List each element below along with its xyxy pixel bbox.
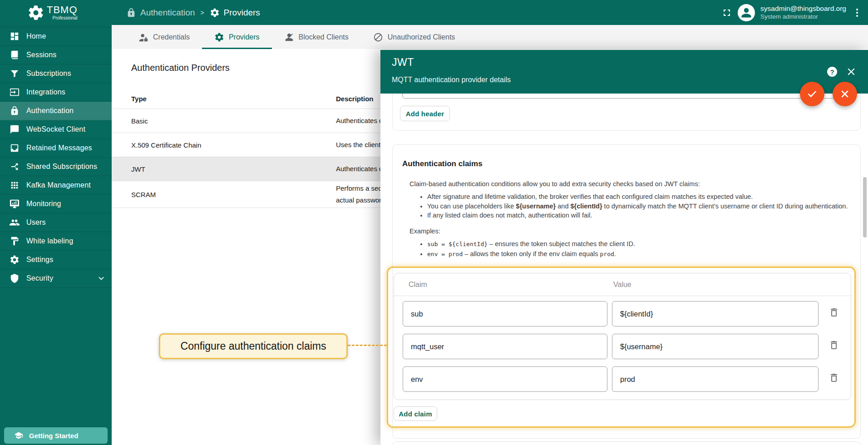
- avatar[interactable]: [738, 4, 755, 21]
- split-icon: [10, 162, 20, 172]
- sidebar-item-settings[interactable]: Settings: [0, 251, 112, 269]
- add-header-button[interactable]: Add header: [400, 106, 450, 121]
- paint-icon: [10, 236, 20, 246]
- person-lock-icon: [138, 32, 148, 42]
- examples-list: sub = ${clientId} – ensures the token su…: [421, 239, 635, 259]
- add-claim-button[interactable]: Add claim: [394, 406, 437, 421]
- sidebar: Home Sessions Subscriptions Integrations: [0, 25, 112, 445]
- column-header-type[interactable]: Type: [131, 89, 147, 109]
- sidebar-item-label: Authentication: [26, 107, 74, 115]
- delete-claim-button[interactable]: [829, 307, 839, 318]
- authentication-claims-card: Authentication claims Claim-based authen…: [392, 144, 861, 439]
- sidebar-item-label: Security: [26, 274, 53, 282]
- breadcrumb-providers[interactable]: Providers: [210, 8, 260, 18]
- chevron-down-icon: [97, 274, 106, 283]
- sidebar-item-label: Shared Subscriptions: [26, 163, 97, 171]
- lock-icon: [10, 106, 20, 116]
- help-icon: ?: [830, 68, 834, 76]
- claims-rows: [394, 296, 851, 394]
- fullscreen-button[interactable]: [721, 7, 732, 18]
- sidebar-item-websocket-client[interactable]: WebSocket Client: [0, 120, 112, 139]
- sidebar-item-label: Settings: [26, 256, 53, 264]
- cell-description: Authenticates c: [336, 163, 383, 175]
- apply-changes-button[interactable]: [800, 82, 824, 106]
- sidebar-item-integrations[interactable]: Integrations: [0, 83, 112, 102]
- jwt-details-drawer: JWT MQTT authentication provider details…: [380, 50, 868, 445]
- value-input[interactable]: [612, 366, 819, 392]
- sidebar-item-security[interactable]: Security: [0, 269, 112, 288]
- sidebar-item-home[interactable]: Home: [0, 27, 112, 46]
- sidebar-item-users[interactable]: Users: [0, 213, 112, 232]
- tab-unauthorized-clients[interactable]: Unauthorized Clients: [361, 25, 468, 49]
- value-input[interactable]: [612, 301, 819, 326]
- delete-claim-button[interactable]: [829, 372, 839, 383]
- user-info: sysadmin@thingsboard.org System administ…: [760, 4, 846, 20]
- claim-column-label: Claim: [409, 273, 427, 296]
- claim-input[interactable]: [403, 366, 607, 392]
- tab-providers[interactable]: Providers: [202, 25, 272, 49]
- drawer-scrollbar-thumb[interactable]: [863, 177, 867, 237]
- sidebar-item-label: Subscriptions: [26, 69, 71, 78]
- cell-type: JWT: [131, 165, 145, 173]
- close-drawer-button[interactable]: [845, 66, 857, 78]
- dashboard-icon: [10, 31, 20, 41]
- close-icon: [845, 66, 857, 78]
- x-icon: [839, 88, 851, 100]
- app-logo[interactable]: TBMQ Professional: [0, 4, 112, 21]
- sidebar-item-subscriptions[interactable]: Subscriptions: [0, 64, 112, 83]
- callout-connector-line: [348, 345, 387, 346]
- callout-text: Configure authentication claims: [181, 340, 326, 352]
- help-button[interactable]: ?: [827, 67, 837, 77]
- tbmq-logo-icon: [27, 4, 44, 21]
- sidebar-item-white-labeling[interactable]: White labeling: [0, 232, 112, 251]
- sidebar-item-label: Kafka Management: [26, 181, 91, 189]
- inbox-icon: [10, 143, 20, 153]
- logo-title: TBMQ: [47, 5, 78, 15]
- claim-input[interactable]: [403, 334, 607, 359]
- tab-label: Unauthorized Clients: [388, 33, 455, 41]
- more-menu-button[interactable]: [852, 7, 863, 18]
- column-header-description[interactable]: Description: [336, 89, 374, 109]
- school-icon: [14, 431, 23, 440]
- claims-section-heading: Authentication claims: [402, 159, 483, 168]
- sidebar-item-label: Retained Messages: [26, 144, 92, 152]
- cell-type: Basic: [131, 117, 148, 125]
- cell-description: Performs a secactual passwor: [336, 183, 382, 206]
- breadcrumb-authentication[interactable]: Authentication: [126, 8, 195, 18]
- app-header: TBMQ Professional Authentication > Provi…: [0, 0, 868, 25]
- kebab-icon: [852, 7, 863, 18]
- gear-icon: [10, 255, 20, 265]
- tab-credentials[interactable]: Credentials: [126, 25, 202, 49]
- chat-icon: [10, 124, 20, 134]
- delete-claim-button[interactable]: [829, 340, 839, 351]
- sidebar-item-label: Sessions: [26, 51, 57, 59]
- trash-icon: [829, 307, 839, 318]
- sidebar-item-kafka-management[interactable]: Kafka Management: [0, 176, 112, 195]
- claims-intro: Claim-based authentication conditions al…: [409, 180, 700, 188]
- sidebar-item-retained-messages[interactable]: Retained Messages: [0, 139, 112, 158]
- claim-row-mqtt-user: [394, 329, 851, 361]
- sidebar-item-sessions[interactable]: Sessions: [0, 46, 112, 64]
- person-icon: [740, 6, 753, 19]
- sidebar-item-shared-subscriptions[interactable]: Shared Subscriptions: [0, 158, 112, 176]
- sidebar-item-authentication[interactable]: Authentication: [0, 102, 112, 120]
- claims-bullet: You can use placeholders like ${username…: [427, 202, 848, 211]
- value-input[interactable]: [612, 334, 819, 359]
- sidebar-item-monitoring[interactable]: Monitoring: [0, 195, 112, 213]
- discard-changes-button[interactable]: [833, 82, 857, 106]
- claim-row-env: [394, 361, 851, 394]
- check-icon: [806, 88, 818, 100]
- breadcrumb-current-label: Providers: [224, 8, 260, 18]
- drawer-title: JWT: [392, 56, 414, 69]
- drawer-subtitle: MQTT authentication provider details: [392, 76, 511, 84]
- tab-label: Credentials: [153, 33, 190, 41]
- claims-bullet: After signature and lifetime validation,…: [427, 192, 848, 202]
- cell-description: Authenticates c: [336, 115, 383, 127]
- getting-started-button[interactable]: Getting Started: [4, 427, 108, 444]
- fullscreen-icon: [721, 7, 732, 18]
- claim-input[interactable]: [403, 301, 607, 326]
- tab-blocked-clients[interactable]: Blocked Clients: [272, 25, 361, 49]
- drawer-header: JWT MQTT authentication provider details…: [380, 50, 868, 94]
- header-field-partial[interactable]: [402, 94, 856, 99]
- logo-subtitle: Professional: [53, 16, 78, 20]
